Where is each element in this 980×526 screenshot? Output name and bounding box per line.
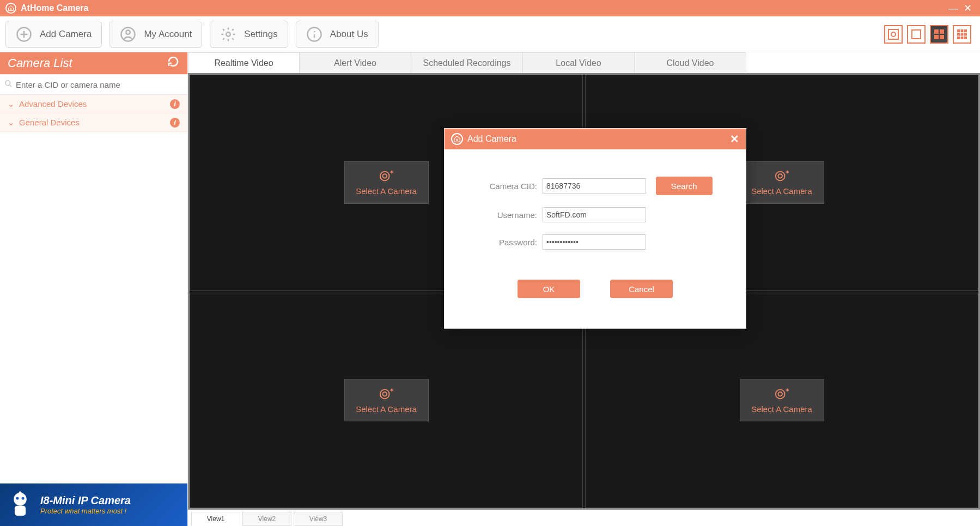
camera-list-header: Camera List (0, 52, 187, 74)
svg-point-7 (891, 32, 896, 37)
add-camera-dialog: Add Camera ✕ Camera CID: Search Username… (444, 128, 746, 329)
view-tab-2[interactable]: View2 (242, 512, 291, 526)
banner-title: I8-Mini IP Camera (40, 494, 131, 507)
tab-realtime-video[interactable]: Realtime Video (188, 52, 300, 73)
my-account-label: My Account (144, 29, 192, 40)
my-account-button[interactable]: My Account (109, 21, 202, 48)
svg-rect-12 (940, 35, 944, 39)
dialog-close-icon[interactable]: ✕ (730, 132, 739, 146)
view-tabs: View1 View2 View3 (188, 510, 980, 526)
select-camera-button[interactable]: Select A Camera (740, 379, 824, 421)
svg-point-30 (776, 172, 785, 181)
svg-rect-8 (912, 30, 921, 39)
info-circle-icon (306, 26, 322, 43)
svg-rect-16 (957, 33, 960, 35)
svg-point-4 (227, 32, 231, 37)
svg-rect-14 (961, 29, 964, 32)
app-title: AtHome Camera (21, 3, 946, 13)
user-circle-icon (120, 26, 136, 43)
refresh-icon[interactable] (167, 55, 180, 71)
robot-icon (5, 490, 35, 519)
svg-rect-19 (957, 37, 960, 39)
svg-point-28 (380, 172, 389, 181)
password-input[interactable] (543, 234, 646, 250)
svg-point-27 (19, 492, 21, 494)
svg-rect-10 (940, 29, 944, 34)
advanced-devices-group[interactable]: ⌄ Advanced Devices i (0, 95, 187, 113)
select-camera-button[interactable]: Select A Camera (344, 379, 429, 421)
group-label: General Devices (19, 118, 80, 127)
plus-circle-icon (16, 26, 32, 43)
camera-list-title: Camera List (8, 56, 72, 70)
settings-button[interactable]: Settings (210, 21, 288, 48)
layout-switcher (884, 25, 971, 44)
promo-banner[interactable]: I8-Mini IP Camera Protect what matters m… (0, 483, 187, 526)
layout-quad-button[interactable] (930, 25, 948, 44)
svg-point-24 (16, 497, 19, 500)
layout-single-button[interactable] (884, 25, 903, 44)
svg-rect-6 (888, 29, 898, 39)
username-label: Username: (461, 210, 543, 220)
tab-cloud-video[interactable]: Cloud Video (635, 52, 746, 73)
camera-plus-icon (378, 169, 394, 183)
dialog-title: Add Camera (467, 134, 516, 144)
svg-point-33 (383, 392, 387, 396)
dialog-logo-icon (451, 133, 463, 145)
general-devices-group[interactable]: ⌄ General Devices i (0, 113, 187, 132)
camera-plus-icon (774, 387, 790, 401)
camera-plus-icon (378, 387, 394, 401)
gear-icon (220, 26, 236, 43)
svg-rect-15 (964, 29, 967, 32)
select-camera-button[interactable]: Select A Camera (344, 161, 429, 204)
password-label: Password: (461, 238, 543, 247)
username-input[interactable] (543, 207, 646, 222)
add-camera-button[interactable]: Add Camera (5, 21, 102, 48)
about-us-label: About Us (330, 29, 368, 40)
sidebar: Camera List ⌄ Advanced Devices i ⌄ Gener… (0, 52, 188, 526)
toolbar: Add Camera My Account Settings About Us (0, 16, 980, 52)
svg-point-31 (778, 174, 782, 178)
search-button[interactable]: Search (656, 177, 713, 195)
ok-button[interactable]: OK (518, 280, 580, 298)
view-tab-1[interactable]: View1 (191, 512, 240, 526)
main-tabs: Realtime Video Alert Video Scheduled Rec… (188, 52, 980, 73)
search-icon (4, 80, 13, 89)
tab-local-video[interactable]: Local Video (523, 52, 635, 73)
group-label: Advanced Devices (19, 99, 87, 108)
svg-rect-17 (961, 33, 964, 35)
svg-point-23 (14, 493, 27, 506)
about-us-button[interactable]: About Us (296, 21, 379, 48)
chevron-down-icon: ⌄ (8, 99, 15, 109)
svg-point-3 (126, 30, 131, 34)
svg-rect-9 (934, 29, 939, 34)
banner-subtitle: Protect what matters most ! (40, 507, 131, 515)
svg-point-22 (5, 81, 10, 86)
add-camera-label: Add Camera (40, 29, 92, 40)
titlebar: AtHome Camera — ✕ (0, 0, 980, 16)
cancel-button[interactable]: Cancel (610, 280, 673, 298)
svg-point-0 (10, 9, 11, 10)
search-input[interactable] (16, 80, 183, 89)
layout-fullscreen-button[interactable] (907, 25, 926, 44)
svg-rect-20 (961, 37, 964, 39)
settings-label: Settings (244, 29, 277, 40)
tab-alert-video[interactable]: Alert Video (300, 52, 411, 73)
camera-search (0, 74, 187, 95)
minimize-button[interactable]: — (946, 3, 960, 14)
svg-point-25 (22, 497, 25, 500)
dialog-titlebar: Add Camera ✕ (445, 129, 746, 149)
svg-rect-13 (957, 29, 960, 32)
camera-plus-icon (774, 169, 790, 183)
info-icon[interactable]: i (170, 118, 180, 128)
info-icon[interactable]: i (170, 99, 180, 109)
select-camera-button[interactable]: Select A Camera (740, 161, 824, 204)
layout-nine-button[interactable] (953, 25, 971, 44)
close-button[interactable]: ✕ (960, 2, 975, 14)
svg-point-35 (778, 392, 782, 396)
cid-input[interactable] (543, 178, 646, 194)
view-tab-3[interactable]: View3 (294, 512, 343, 526)
cid-label: Camera CID: (461, 182, 543, 191)
tab-scheduled-recordings[interactable]: Scheduled Recordings (411, 52, 523, 73)
chevron-down-icon: ⌄ (8, 118, 15, 128)
svg-point-34 (776, 389, 785, 398)
